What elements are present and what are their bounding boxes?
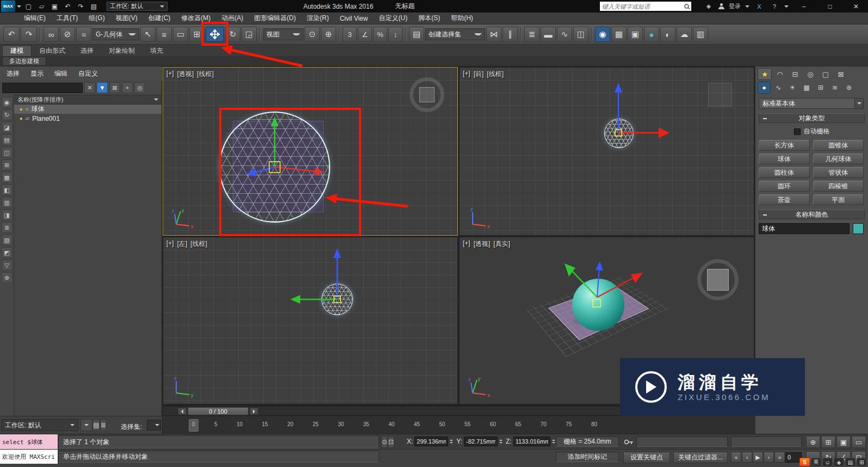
minimize-button[interactable]: – — [793, 0, 815, 13]
teapot-button[interactable]: 茶壶 — [759, 194, 810, 205]
explorer-tool-icon[interactable]: ◉ — [2, 97, 13, 108]
explorer-tool-icon[interactable]: ⊕ — [2, 272, 13, 283]
clear-search-icon[interactable]: ✕ — [84, 82, 95, 93]
select-and-move-button[interactable] — [206, 27, 224, 42]
viewcube-icon[interactable] — [410, 77, 444, 112]
go-to-end-icon[interactable]: » — [774, 452, 785, 463]
viewcube-face[interactable] — [707, 269, 729, 291]
open-gallery-icon[interactable]: ▥ — [693, 27, 708, 42]
menu-customize[interactable]: 自定义(U) — [373, 13, 413, 24]
edit-named-selections-icon[interactable]: ▤ — [409, 27, 424, 42]
zoom-region-icon[interactable]: ▭ — [852, 436, 866, 448]
explorer-tool-icon[interactable]: ▦ — [2, 172, 13, 183]
x-spinner[interactable] — [450, 437, 455, 446]
viewport-general-menu[interactable]: [+] — [463, 239, 470, 249]
search-input[interactable] — [602, 3, 682, 10]
systems-category-icon[interactable]: ⊛ — [842, 82, 855, 94]
rollout-name-and-color[interactable]: 名称和颜色 — [759, 210, 865, 219]
explorer-tool-icon[interactable]: ◫ — [2, 147, 13, 158]
menu-modifiers[interactable]: 修改器(M) — [176, 13, 216, 24]
explorer-tool-icon[interactable]: ◨ — [2, 210, 13, 220]
named-selection-sets-combo[interactable] — [147, 420, 161, 431]
lights-category-icon[interactable]: ☀ — [786, 82, 799, 94]
help-caret-icon[interactable] — [784, 5, 789, 10]
spacewarps-category-icon[interactable]: ≋ — [828, 82, 841, 94]
track-bar[interactable]: 05101520253035404550556065707580 — [162, 416, 755, 434]
select-and-manipulate-icon[interactable]: ⊕ — [321, 27, 336, 42]
tube-button[interactable]: 管状体 — [813, 167, 864, 178]
box-button[interactable]: 长方体 — [759, 140, 810, 151]
menu-civil-view[interactable]: Civil View — [334, 13, 374, 24]
align-icon[interactable]: ∥ — [503, 27, 518, 42]
close-button[interactable]: ✕ — [845, 0, 867, 13]
viewport-pov-label[interactable]: [透视] — [177, 70, 194, 79]
hierarchy-tab-icon[interactable]: ⊟ — [788, 68, 802, 80]
z-coordinate-field[interactable] — [513, 437, 550, 446]
motion-tab-icon[interactable]: ◎ — [803, 68, 817, 80]
frame-readout-field[interactable] — [731, 437, 802, 447]
torus-button[interactable]: 圆环 — [759, 181, 810, 192]
undo-icon[interactable]: ↶ — [62, 1, 73, 11]
primitive-category-dropdown[interactable]: 标准基本体 — [759, 98, 864, 109]
render-production-icon[interactable]: ● — [644, 27, 659, 42]
utilities-tab-icon[interactable]: ⊠ — [834, 68, 848, 80]
visibility-bulb-icon[interactable]: ● — [20, 107, 22, 112]
scale-icon[interactable]: ◲ — [241, 27, 257, 42]
explorer-tool-icon[interactable]: ◩ — [2, 247, 13, 258]
explorer-menu-select[interactable]: 选择 — [7, 67, 20, 79]
explorer-tool-icon[interactable]: ▥ — [2, 197, 13, 208]
cone-button[interactable]: 圆锥体 — [813, 140, 864, 151]
x-coordinate-field[interactable] — [414, 437, 448, 446]
add-node-icon[interactable]: + — [122, 82, 133, 93]
menu-animation[interactable]: 动画(A) — [216, 13, 249, 24]
menu-help[interactable]: 帮助(H) — [445, 13, 479, 24]
zoom-all-icon[interactable]: ⊞ — [821, 436, 835, 448]
viewcube-icon[interactable] — [708, 83, 732, 107]
viewport-pov-label[interactable]: [前] — [474, 70, 484, 79]
menu-group[interactable]: 组(G) — [83, 13, 110, 24]
ribbon-subtab-polygon-modeling[interactable]: 多边形建模 — [2, 57, 46, 66]
viewport-top-left[interactable]: [+] [透视] [线框] x y z — [163, 67, 457, 235]
undo-scene-icon[interactable]: ↶ — [3, 27, 20, 42]
unlink-selection-icon[interactable]: ⊘ — [60, 27, 75, 42]
app-menu-caret-icon[interactable] — [17, 5, 21, 10]
curve-editor-icon[interactable]: ∿ — [557, 27, 572, 42]
cameras-category-icon[interactable]: ▦ — [800, 82, 813, 94]
menu-edit[interactable]: 编辑(E) — [18, 13, 51, 24]
ribbon-tab-object-paint[interactable]: 对象绘制 — [101, 45, 142, 56]
rectangular-region-icon[interactable]: ▭ — [173, 27, 188, 42]
move-gizmo[interactable] — [585, 78, 677, 171]
viewport-shading-label[interactable]: [线框] — [487, 70, 504, 79]
layer-explorer-icon[interactable]: ≣ — [100, 419, 107, 431]
project-folder-icon[interactable]: ▤ — [88, 1, 100, 11]
shapes-category-icon[interactable]: ∿ — [772, 82, 785, 94]
modify-tab-icon[interactable]: ◠ — [773, 68, 787, 80]
viewport-pov-label[interactable]: [左] — [177, 239, 188, 249]
named-selection-set-dropdown[interactable]: 创建选择集 — [425, 28, 485, 40]
render-cloud-icon[interactable]: ☁ — [677, 27, 692, 42]
viewport-pov-label[interactable]: [透视] — [474, 239, 491, 249]
pick-parent-icon[interactable]: ◎ — [134, 82, 145, 93]
create-tab-icon[interactable]: ★ — [758, 68, 772, 80]
select-and-link-icon[interactable]: ∞ — [44, 27, 59, 42]
helpers-category-icon[interactable]: ⊞ — [814, 82, 827, 94]
exchange-apps-icon[interactable]: X — [754, 1, 765, 11]
menu-rendering[interactable]: 渲染(R) — [301, 13, 334, 24]
redo-scene-icon[interactable]: ↷ — [21, 27, 37, 42]
explorer-menu-display[interactable]: 显示 — [30, 67, 44, 79]
ribbon-tab-populate[interactable]: 填充 — [142, 45, 171, 56]
time-slider-prev-button[interactable] — [178, 408, 187, 415]
ribbon-toggle-icon[interactable]: ▬ — [541, 27, 556, 42]
snap-toggle-3d-icon[interactable]: 3 — [343, 27, 357, 42]
lock-explorer-icon[interactable]: ⊠ — [109, 82, 120, 93]
geometry-category-icon[interactable]: ● — [758, 82, 771, 94]
render-setup-icon[interactable]: ▦ — [611, 27, 627, 42]
play-animation-icon[interactable]: ▶ — [753, 452, 763, 463]
maximize-button[interactable]: □ — [819, 0, 841, 13]
y-coordinate-field[interactable] — [464, 437, 498, 446]
next-frame-icon[interactable]: › — [764, 452, 774, 463]
viewcube-icon[interactable] — [697, 259, 739, 300]
pyramid-button[interactable]: 四棱锥 — [813, 181, 864, 192]
community-center-icon[interactable]: ◈ — [703, 1, 714, 11]
explorer-tool-icon[interactable]: ↻ — [2, 109, 13, 120]
